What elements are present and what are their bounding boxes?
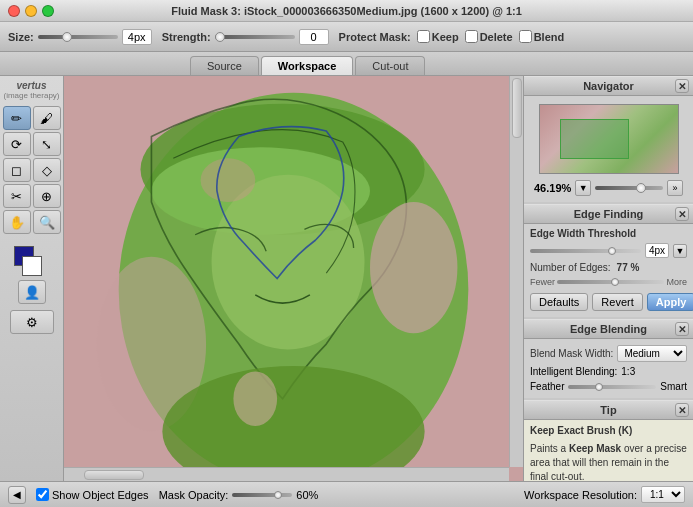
tool-sample[interactable]: 👤 — [18, 280, 46, 304]
tool-row-3: ◻ ◇ — [3, 158, 61, 182]
navigator-thumbnail — [539, 104, 679, 174]
tool-move[interactable]: ✋ — [3, 210, 31, 234]
size-value[interactable]: 4px — [122, 29, 152, 45]
delete-checkbox[interactable]: Delete — [465, 30, 513, 43]
horizontal-scrollbar[interactable] — [64, 467, 509, 481]
title-bar: Fluid Mask 3: iStock_000003666350Medium.… — [0, 0, 693, 22]
tool-row-1: ✏ 🖌 — [3, 106, 61, 130]
tip-header: Tip ✕ — [524, 400, 693, 420]
size-control: Size: 4px — [8, 29, 152, 45]
zoom-field-btn[interactable]: ▼ — [575, 180, 591, 196]
intel-blend-label: Intelligent Blending: — [530, 366, 617, 377]
close-button[interactable] — [8, 5, 20, 17]
canvas-area[interactable] — [64, 76, 523, 481]
tool-smart[interactable]: ⤡ — [33, 132, 61, 156]
edge-finding-buttons: Defaults Revert Apply » — [530, 289, 687, 313]
blend-checkbox[interactable]: Blend — [519, 30, 565, 43]
strength-control: Strength: 0 — [162, 29, 329, 45]
navigator-header: Navigator ✕ — [524, 76, 693, 96]
more-label: More — [666, 277, 687, 287]
strength-slider[interactable] — [215, 35, 295, 39]
edge-blending-header: Edge Blending ✕ — [524, 319, 693, 339]
tool-poly[interactable]: ◇ — [33, 158, 61, 182]
intel-blend-value: 1:3 — [621, 366, 635, 377]
tip-heading: Keep Exact Brush (K) — [530, 424, 687, 438]
vertical-scrollbar[interactable] — [509, 76, 523, 467]
edge-width-stepper[interactable]: ▼ — [673, 244, 687, 258]
blend-mask-select[interactable]: Medium Low High — [617, 345, 687, 362]
num-edges-label: Number of Edges: — [530, 262, 611, 273]
tab-workspace[interactable]: Workspace — [261, 56, 354, 75]
tab-source[interactable]: Source — [190, 56, 259, 75]
zoom-percent: 46.19% — [534, 182, 571, 194]
ws-resolution-select[interactable]: 1:1 1:2 1:4 — [641, 486, 685, 503]
edge-blending-body: Blend Mask Width: Medium Low High Intell… — [524, 339, 693, 398]
tip-close-button[interactable]: ✕ — [675, 403, 689, 417]
edge-blending-close-button[interactable]: ✕ — [675, 322, 689, 336]
minimize-button[interactable] — [25, 5, 37, 17]
protect-mask-group: Protect Mask: Keep Delete Blend — [339, 30, 565, 43]
show-edges-checkbox[interactable] — [36, 488, 49, 501]
show-edges-group[interactable]: Show Object Edges — [36, 488, 149, 501]
tool-zoom[interactable]: 🔍 — [33, 210, 61, 234]
strength-label: Strength: — [162, 31, 211, 43]
svg-point-6 — [370, 202, 457, 333]
navigator-close-button[interactable]: ✕ — [675, 79, 689, 93]
main-toolbar: Size: 4px Strength: 0 Protect Mask: Keep… — [0, 22, 693, 52]
maximize-button[interactable] — [42, 5, 54, 17]
mask-opacity-slider[interactable] — [232, 493, 292, 497]
vertical-scrollbar-thumb[interactable] — [512, 78, 522, 138]
defaults-button[interactable]: Defaults — [530, 293, 588, 311]
tool-row-5: ✋ 🔍 — [3, 210, 61, 234]
blend-mask-label: Blend Mask Width: — [530, 348, 613, 359]
zoom-expand-btn[interactable]: » — [667, 180, 683, 196]
smart-label: Smart — [660, 381, 687, 392]
tool-pencil[interactable]: ✏ — [3, 106, 31, 130]
blend-mask-row: Blend Mask Width: Medium Low High — [530, 343, 687, 364]
tool-brush[interactable]: 🖌 — [33, 106, 61, 130]
edge-blending-section: Edge Blending ✕ Blend Mask Width: Medium… — [524, 319, 693, 398]
size-slider[interactable] — [38, 35, 118, 39]
tool-lasso[interactable]: ◻ — [3, 158, 31, 182]
logo: vertus (image therapy) — [3, 80, 59, 100]
window-title: Fluid Mask 3: iStock_000003666350Medium.… — [171, 5, 522, 17]
zoom-slider[interactable] — [595, 186, 663, 190]
ws-resolution-label: Workspace Resolution: — [524, 489, 637, 501]
tool-extra: 👤 — [18, 280, 46, 304]
mask-opacity-group: Mask Opacity: 60% — [159, 489, 319, 501]
tool-bottom: ⚙ — [10, 310, 54, 334]
revert-button[interactable]: Revert — [592, 293, 642, 311]
edge-width-slider[interactable] — [530, 249, 641, 253]
tool-fill[interactable]: ⊕ — [33, 184, 61, 208]
workspace-resolution-group: Workspace Resolution: 1:1 1:2 1:4 — [524, 486, 685, 503]
fewer-label: Fewer — [530, 277, 555, 287]
edge-finding-section: Edge Finding ✕ Edge Width Threshold 4px … — [524, 204, 693, 317]
num-edges-slider[interactable] — [557, 280, 664, 284]
edge-width-value[interactable]: 4px — [645, 243, 669, 258]
tool-eraser[interactable]: ⟳ — [3, 132, 31, 156]
horizontal-scrollbar-thumb[interactable] — [84, 470, 144, 480]
strength-value[interactable]: 0 — [299, 29, 329, 45]
status-left-button[interactable]: ◀ — [8, 486, 26, 504]
protect-mask-label: Protect Mask: — [339, 31, 411, 43]
edge-finding-close-button[interactable]: ✕ — [675, 207, 689, 221]
background-color[interactable] — [22, 256, 42, 276]
navigator-body: 46.19% ▼ » — [524, 96, 693, 202]
tool-row-2: ⟳ ⤡ — [3, 132, 61, 156]
left-toolbar: vertus (image therapy) ✏ 🖌 ⟳ ⤡ ◻ ◇ ✂ ⊕ ✋… — [0, 76, 64, 481]
num-edges-row: Number of Edges: 77 % — [530, 260, 687, 275]
edge-finding-body: Edge Width Threshold 4px ▼ Number of Edg… — [524, 224, 693, 317]
tool-settings[interactable]: ⚙ — [10, 310, 54, 334]
feather-slider[interactable] — [568, 385, 656, 389]
tab-cutout[interactable]: Cut-out — [355, 56, 425, 75]
tip-body: Keep Exact Brush (K) Paints a Keep Mask … — [524, 420, 693, 481]
feather-label: Feather — [530, 381, 564, 392]
svg-point-5 — [201, 158, 256, 202]
tool-magic[interactable]: ✂ — [3, 184, 31, 208]
svg-point-9 — [233, 371, 277, 426]
apply-button[interactable]: Apply — [647, 293, 693, 311]
navigator-section: Navigator ✕ 46.19% ▼ — [524, 76, 693, 202]
mask-opacity-label: Mask Opacity: — [159, 489, 229, 501]
keep-checkbox[interactable]: Keep — [417, 30, 459, 43]
fewer-more-row: Fewer More — [530, 275, 687, 289]
